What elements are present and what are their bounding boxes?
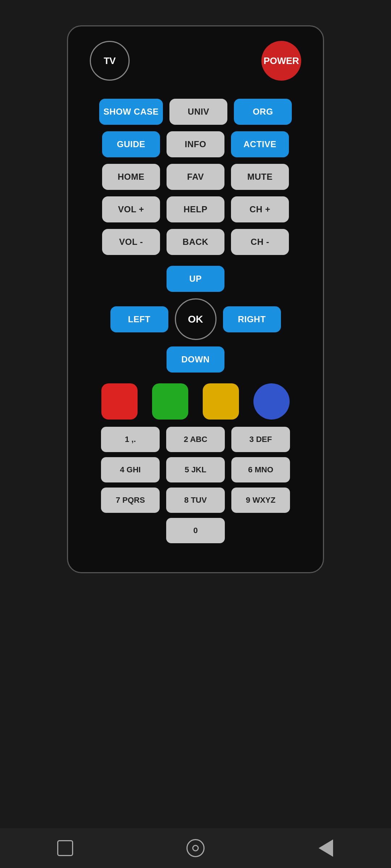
- key-7[interactable]: 7 PQRS: [101, 488, 160, 513]
- bottom-nav-bar: [0, 828, 391, 868]
- power-button[interactable]: POWER: [261, 41, 301, 81]
- key-5[interactable]: 5 JKL: [166, 457, 225, 482]
- button-row-4: VOL + HELP CH +: [102, 196, 289, 222]
- info-button[interactable]: INFO: [167, 131, 224, 157]
- back-nav-button[interactable]: [315, 837, 337, 859]
- main-buttons-grid: SHOW CASE UNIV ORG GUIDE INFO ACTIVE HOM…: [90, 99, 301, 255]
- tv-button[interactable]: TV: [90, 41, 130, 81]
- org-button[interactable]: ORG: [234, 99, 292, 125]
- active-button[interactable]: ACTIVE: [231, 131, 289, 157]
- numpad-row-2: 4 GHI 5 JKL 6 MNO: [101, 457, 290, 482]
- key-2[interactable]: 2 ABC: [166, 427, 225, 452]
- home-nav-button[interactable]: [185, 837, 206, 859]
- circle-icon: [186, 839, 205, 857]
- down-row: DOWN: [167, 346, 224, 373]
- circle-inner-icon: [192, 845, 199, 851]
- guide-button[interactable]: GUIDE: [102, 131, 160, 157]
- ch-minus-button[interactable]: CH -: [231, 229, 289, 255]
- triangle-icon: [319, 839, 333, 857]
- up-button[interactable]: UP: [167, 266, 224, 292]
- key-3[interactable]: 3 DEF: [231, 427, 290, 452]
- fav-button[interactable]: FAV: [167, 164, 224, 190]
- recent-apps-button[interactable]: [54, 837, 76, 859]
- red-color-button[interactable]: [101, 383, 138, 420]
- numpad-row-3: 7 PQRS 8 TUV 9 WXYZ: [101, 488, 290, 513]
- key-6[interactable]: 6 MNO: [231, 457, 290, 482]
- navigation-section: UP LEFT OK RIGHT DOWN: [90, 266, 301, 373]
- button-row-1: SHOW CASE UNIV ORG: [99, 99, 292, 125]
- ch-plus-button[interactable]: CH +: [231, 196, 289, 222]
- button-row-2: GUIDE INFO ACTIVE: [102, 131, 289, 157]
- remote-control: TV POWER SHOW CASE UNIV ORG GUIDE INFO A…: [67, 25, 324, 573]
- numpad-row-0: 0: [166, 518, 225, 543]
- key-4[interactable]: 4 GHI: [101, 457, 160, 482]
- key-1[interactable]: 1 ,.: [101, 427, 160, 452]
- mute-button[interactable]: MUTE: [231, 164, 289, 190]
- right-button[interactable]: RIGHT: [223, 306, 281, 332]
- nav-center-row: LEFT OK RIGHT: [110, 298, 281, 340]
- vol-plus-button[interactable]: VOL +: [102, 196, 160, 222]
- showcase-button[interactable]: SHOW CASE: [99, 99, 163, 125]
- left-button[interactable]: LEFT: [110, 306, 168, 332]
- square-icon: [57, 840, 73, 856]
- univ-button[interactable]: UNIV: [169, 99, 227, 125]
- ok-button[interactable]: OK: [175, 298, 216, 340]
- numpad: 1 ,. 2 ABC 3 DEF 4 GHI 5 JKL 6 MNO 7 PQR…: [101, 427, 290, 543]
- key-9[interactable]: 9 WXYZ: [231, 488, 290, 513]
- back-button[interactable]: BACK: [167, 229, 224, 255]
- blue-color-button[interactable]: [253, 383, 290, 420]
- vol-minus-button[interactable]: VOL -: [102, 229, 160, 255]
- button-row-5: VOL - BACK CH -: [102, 229, 289, 255]
- key-0[interactable]: 0: [166, 518, 225, 543]
- home-button[interactable]: HOME: [102, 164, 160, 190]
- color-buttons-row: [101, 383, 290, 420]
- help-button[interactable]: HELP: [167, 196, 224, 222]
- key-8[interactable]: 8 TUV: [166, 488, 225, 513]
- numpad-row-1: 1 ,. 2 ABC 3 DEF: [101, 427, 290, 452]
- down-button[interactable]: DOWN: [167, 346, 224, 373]
- green-color-button[interactable]: [152, 383, 188, 420]
- top-row: TV POWER: [90, 41, 301, 81]
- button-row-3: HOME FAV MUTE: [102, 164, 289, 190]
- up-row: UP: [167, 266, 224, 292]
- yellow-color-button[interactable]: [203, 383, 239, 420]
